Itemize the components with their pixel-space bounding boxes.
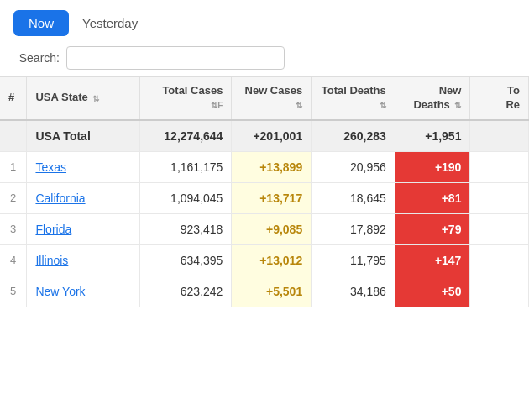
search-label: Search: (13, 51, 60, 65)
col-header-total-cases[interactable]: Total Cases ⇅F (139, 77, 232, 120)
total-total-re (470, 120, 529, 152)
row-new-cases: +5,501 (232, 276, 312, 307)
row-rank: 5 (0, 276, 27, 307)
table-row: 2 California 1,094,045 +13,717 18,645 +8… (0, 182, 529, 213)
total-state-name: USA Total (27, 120, 139, 152)
state-link[interactable]: California (35, 192, 85, 205)
yesterday-button[interactable]: Yesterday (76, 10, 144, 36)
row-total-cases: 923,418 (139, 213, 232, 244)
table-row: 1 Texas 1,161,175 +13,899 20,956 +190 (0, 151, 529, 182)
row-total-cases: 1,161,175 (139, 151, 232, 182)
state-link[interactable]: New York (35, 285, 85, 298)
total-new-cases: +201,001 (232, 120, 312, 152)
table-row-total: USA Total 12,274,644 +201,001 260,283 +1… (0, 120, 529, 152)
total-rank (0, 120, 27, 152)
row-new-cases: +9,085 (232, 213, 312, 244)
row-total-re (470, 244, 529, 276)
row-state-name: New York (27, 276, 139, 307)
row-new-deaths: +50 (395, 276, 470, 307)
state-link[interactable]: Texas (35, 160, 66, 174)
covid-table: # USA State ⇅ Total Cases ⇅F New Cases ⇅… (0, 77, 529, 307)
col-header-state[interactable]: USA State ⇅ (27, 77, 139, 120)
row-total-cases: 623,242 (139, 276, 232, 307)
sort-icon-total-deaths: ⇅ (380, 100, 386, 111)
row-rank: 2 (0, 182, 27, 213)
col-header-total-re: ToRe (470, 77, 529, 120)
row-rank: 1 (0, 151, 27, 182)
row-new-deaths: +79 (395, 213, 470, 244)
row-total-re (470, 182, 529, 213)
row-new-deaths: +147 (395, 244, 470, 276)
sort-icon-total-cases: ⇅F (211, 100, 223, 111)
search-row: Search: (0, 43, 529, 76)
row-total-re (470, 276, 529, 307)
row-total-deaths: 20,956 (312, 151, 395, 182)
row-state-name: Florida (27, 213, 139, 244)
row-rank: 3 (0, 213, 27, 244)
row-total-re (470, 213, 529, 244)
sort-icon-state: ⇅ (92, 93, 99, 104)
row-new-cases: +13,012 (232, 244, 312, 276)
col-header-rank: # (0, 77, 27, 120)
col-header-new-deaths[interactable]: New Deaths ⇅ (395, 77, 470, 120)
row-total-deaths: 17,892 (312, 213, 395, 244)
state-link[interactable]: Florida (35, 223, 71, 236)
row-new-cases: +13,899 (232, 151, 312, 182)
row-total-deaths: 11,795 (312, 244, 395, 276)
row-rank: 4 (0, 244, 27, 276)
row-new-deaths: +190 (395, 151, 470, 182)
row-total-deaths: 18,645 (312, 182, 395, 213)
top-bar: Now Yesterday (0, 0, 529, 43)
search-input[interactable] (66, 46, 285, 70)
table-row: 5 New York 623,242 +5,501 34,186 +50 (0, 276, 529, 307)
row-total-cases: 634,395 (139, 244, 232, 276)
total-total-cases: 12,274,644 (139, 120, 232, 152)
sort-icon-new-deaths: ⇅ (454, 100, 461, 111)
row-new-deaths: +81 (395, 182, 470, 213)
now-button[interactable]: Now (13, 10, 69, 36)
row-state-name: Texas (27, 151, 139, 182)
row-total-deaths: 34,186 (312, 276, 395, 307)
table-header-row: # USA State ⇅ Total Cases ⇅F New Cases ⇅… (0, 77, 529, 120)
table-wrapper: # USA State ⇅ Total Cases ⇅F New Cases ⇅… (0, 76, 529, 307)
row-total-cases: 1,094,045 (139, 182, 232, 213)
table-row: 3 Florida 923,418 +9,085 17,892 +79 (0, 213, 529, 244)
sort-icon-new-cases: ⇅ (296, 100, 302, 111)
total-new-deaths: +1,951 (395, 120, 470, 152)
row-state-name: California (27, 182, 139, 213)
row-total-re (470, 151, 529, 182)
row-state-name: Illinois (27, 244, 139, 276)
table-row: 4 Illinois 634,395 +13,012 11,795 +147 (0, 244, 529, 276)
col-header-new-cases[interactable]: New Cases ⇅ (232, 77, 312, 120)
row-new-cases: +13,717 (232, 182, 312, 213)
total-total-deaths: 260,283 (312, 120, 395, 152)
col-header-total-deaths[interactable]: Total Deaths ⇅ (312, 77, 395, 120)
state-link[interactable]: Illinois (35, 254, 68, 267)
